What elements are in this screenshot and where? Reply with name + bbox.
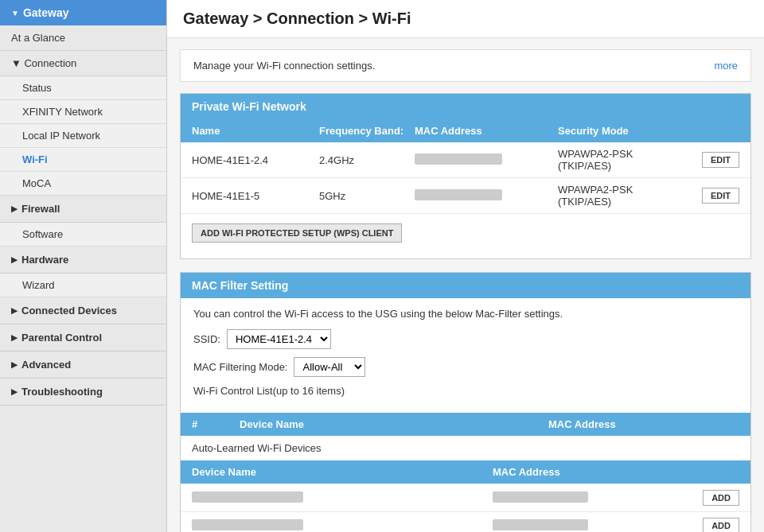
auto-device-name-1 [192,519,493,533]
connected-devices-label: Connected Devices [21,305,117,316]
network-sec-0: WPAWPA2-PSK (TKIP/AES) [558,148,684,172]
sidebar-item-advanced[interactable]: ▶ Advanced [0,351,166,379]
firewall-label: Firewall [21,203,60,215]
sidebar-item-local-ip-network[interactable]: Local IP Network [0,124,166,148]
more-link[interactable]: more [714,60,738,72]
main-content: Gateway > Connection > Wi-Fi Manage your… [167,0,764,532]
wifi-table-header: Name Frequency Band: MAC Address Securit… [181,119,750,142]
parental-label: Parental Control [21,332,102,344]
ssid-row: SSID: HOME-41E1-2.4 HOME-41E1-5 [193,329,738,349]
wizard-label: Wizard [22,279,54,291]
sidebar-item-moca[interactable]: MoCA [0,172,166,196]
auto-device-row-1: ADD [181,511,750,532]
sidebar-gateway-label: Gateway [23,6,69,19]
sidebar-item-connection[interactable]: ▼ Connection [0,51,166,76]
mac-filter-body: You can control the Wi-Fi access to the … [181,298,750,413]
auto-action-1: ADD [684,518,739,532]
hardware-label: Hardware [21,254,68,266]
hardware-arrow-icon: ▶ [11,255,18,264]
mac-blurred-0 [415,153,502,165]
wps-button-container: ADD WI-FI PROTECTED SETUP (WPS) CLIENT [181,214,750,258]
col-header-action [684,125,739,137]
control-list-title: Wi-Fi Control List(up to 16 items) [193,385,738,397]
col-header-mac: MAC Address [415,125,558,137]
ssid-label: SSID: [193,333,220,345]
sidebar-item-connected-devices[interactable]: ▶ Connected Devices [0,297,166,324]
add-button-0[interactable]: ADD [703,490,739,506]
mac-blurred-1 [415,189,502,200]
auto-col-device: Device Name [192,466,493,478]
advanced-label: Advanced [21,359,71,371]
auto-device-name-0 [192,491,493,505]
auto-mac-blurred-0 [493,491,588,503]
auto-device-blurred-0 [192,491,303,503]
local-ip-label: Local IP Network [22,130,100,142]
col-header-name: Name [192,125,319,137]
wifi-network-row-1: HOME-41E1-5 5GHz WPAWPA2-PSK (TKIP/AES) … [181,178,750,214]
troubleshooting-arrow-icon: ▶ [11,387,18,396]
auto-device-mac-0 [493,491,684,505]
auto-table-header: Device Name MAC Address [181,460,750,483]
mac-filter-section: MAC Filter Setting You can control the W… [180,272,751,532]
xfinity-label: XFINITY Network [22,106,103,118]
software-label: Software [22,228,63,240]
mac-filter-description: You can control the Wi-Fi access to the … [193,308,738,320]
mac-filter-header: MAC Filter Setting [181,273,750,298]
info-bar: Manage your Wi-Fi connection settings. m… [180,49,751,82]
mac-filtering-mode-row: MAC Filtering Mode: Allow-All Allow-List… [193,357,738,377]
auto-device-mac-1 [493,519,684,533]
sidebar-item-wizard[interactable]: Wizard [0,274,166,297]
network-name-1: HOME-41E1-5 [192,190,319,202]
sidebar-item-firewall[interactable]: ▶ Firewall [0,196,166,223]
info-text: Manage your Wi-Fi connection settings. [193,60,375,72]
edit-button-1[interactable]: EDIT [702,188,739,204]
ssid-select[interactable]: HOME-41E1-2.4 HOME-41E1-5 [227,329,331,349]
col-header-device: Device Name [240,418,548,430]
mode-select[interactable]: Allow-All Allow-List Deny-List [294,357,365,377]
private-wifi-header: Private Wi-Fi Network [181,94,750,119]
wifi-network-row-0: HOME-41E1-2.4 2.4GHz WPAWPA2-PSK (TKIP/A… [181,142,750,178]
page-title: Gateway > Connection > Wi-Fi [167,0,764,38]
sidebar-item-wifi[interactable]: Wi-Fi [0,148,166,172]
control-list-header: # Device Name MAC Address [181,413,750,436]
sidebar-item-xfinity-network[interactable]: XFINITY Network [0,100,166,124]
status-label: Status [22,82,52,94]
col-header-sec: Security Mode [558,125,684,137]
auto-col-mac: MAC Address [493,466,684,478]
firewall-arrow-icon: ▶ [11,204,18,213]
network-mac-1 [415,189,558,203]
network-freq-0: 2.4GHz [319,154,415,166]
gateway-arrow-icon: ▼ [11,9,19,17]
edit-button-0[interactable]: EDIT [702,152,739,168]
sidebar-item-parental-control[interactable]: ▶ Parental Control [0,324,166,351]
network-sec-1: WPAWPA2-PSK (TKIP/AES) [558,184,684,208]
sidebar-item-at-a-glance[interactable]: At a Glance [0,25,166,51]
network-mac-0 [415,153,558,167]
sidebar-gateway-header[interactable]: ▼ Gateway [0,0,166,25]
sidebar-item-troubleshooting[interactable]: ▶ Troubleshooting [0,379,166,406]
network-freq-1: 5GHz [319,190,415,202]
wifi-label: Wi-Fi [22,153,48,165]
sidebar-item-hardware[interactable]: ▶ Hardware [0,247,166,274]
col-header-mac-filter: MAC Address [548,418,739,430]
sidebar: ▼ Gateway At a Glance ▼ Connection Statu… [0,0,167,532]
network-name-0: HOME-41E1-2.4 [192,154,319,166]
auto-device-row-0: ADD [181,483,750,511]
mode-label: MAC Filtering Mode: [193,361,287,373]
content-area: Manage your Wi-Fi connection settings. m… [167,38,764,532]
sidebar-item-software[interactable]: Software [0,223,166,247]
wps-button[interactable]: ADD WI-FI PROTECTED SETUP (WPS) CLIENT [192,223,402,243]
col-header-freq: Frequency Band: [319,125,415,137]
col-header-num: # [192,418,240,430]
moca-label: MoCA [22,177,51,189]
advanced-arrow-icon: ▶ [11,360,18,369]
at-a-glance-label: At a Glance [11,32,65,44]
private-wifi-section: Private Wi-Fi Network Name Frequency Ban… [180,93,751,259]
auto-device-blurred-1 [192,519,303,530]
auto-section-title: Auto-Learned Wi-Fi Devices [181,436,750,460]
network-action-1: EDIT [684,188,739,204]
sidebar-item-status[interactable]: Status [0,76,166,100]
auto-col-action [684,466,739,478]
auto-mac-blurred-1 [493,519,588,530]
add-button-1[interactable]: ADD [703,518,739,532]
